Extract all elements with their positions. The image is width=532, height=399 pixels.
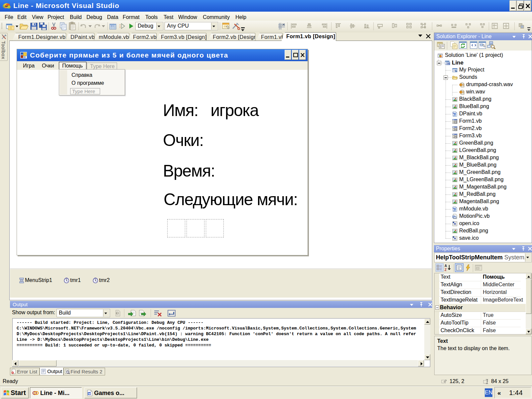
svg-text:W: W [88, 392, 91, 395]
svg-text:Z: Z [445, 268, 447, 272]
svg-text:A: A [445, 264, 447, 268]
